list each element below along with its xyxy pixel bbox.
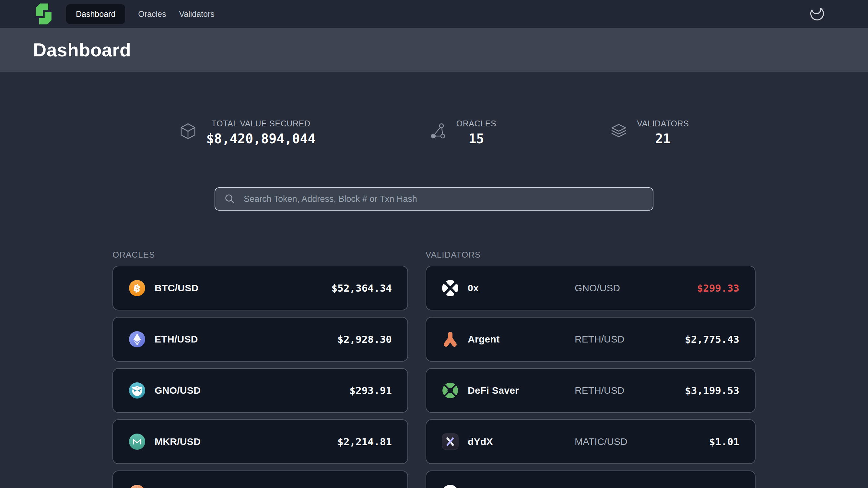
nav-item-oracles[interactable]: Oracles	[138, 4, 166, 24]
reth-icon	[129, 484, 146, 488]
cube-icon	[179, 122, 197, 141]
validator-row[interactable]: 0x GNO/USD $299.33	[426, 266, 755, 311]
mkr-icon	[129, 433, 146, 450]
oracle-row[interactable]: RETH/USD $3,022.92	[113, 470, 408, 488]
eth-icon	[129, 331, 146, 348]
navbar: DashboardOraclesValidators	[0, 0, 868, 28]
lists-section: ORACLES ฿ BTC/USD $52,364.34 ETH/USD $2,…	[113, 250, 755, 488]
nav-item-validators[interactable]: Validators	[179, 4, 214, 24]
oracle-row[interactable]: ฿ BTC/USD $52,364.34	[113, 266, 408, 311]
validators-column-header: VALIDATORS	[426, 250, 755, 260]
validator-row[interactable]: dYdX MATIC/USD $1.01	[426, 419, 755, 464]
nav-menu: DashboardOraclesValidators	[66, 4, 215, 24]
gno-icon	[129, 382, 146, 399]
stat-value: 15	[468, 131, 484, 146]
page-header: Dashboard	[0, 28, 868, 72]
dydx-icon	[442, 433, 459, 450]
stat-label: TOTAL VALUE SECURED	[212, 119, 311, 128]
oracle-row[interactable]: ETH/USD $2,928.30	[113, 317, 408, 362]
validators-list: 0x GNO/USD $299.33 Argent RETH/USD $2,77…	[426, 266, 755, 488]
stat-value: 21	[655, 131, 671, 146]
validator-row[interactable]: Argent RETH/USD $2,775.43	[426, 317, 755, 362]
argent-icon	[442, 331, 459, 348]
stat-oracles: ORACLES 15	[429, 119, 497, 146]
stat-label: VALIDATORS	[637, 119, 689, 128]
oracle-row[interactable]: MKR/USD $2,214.81	[113, 419, 408, 464]
moon-icon	[809, 5, 826, 23]
nav-item-dashboard[interactable]: Dashboard	[66, 4, 125, 24]
btc-icon: ฿	[129, 280, 146, 296]
stat-label: ORACLES	[456, 119, 497, 128]
stat-total-value-secured: TOTAL VALUE SECURED $8,420,894,044	[179, 119, 315, 146]
oracle-row[interactable]: GNO/USD $293.91	[113, 368, 408, 413]
stat-value: $8,420,894,044	[206, 131, 315, 146]
oracles-column: ORACLES ฿ BTC/USD $52,364.34 ETH/USD $2,…	[113, 250, 408, 488]
defisaver-icon	[442, 382, 459, 399]
validators-column: VALIDATORS 0x GNO/USD $299.33 Argent RET…	[426, 250, 755, 488]
search-bar	[215, 187, 653, 210]
layers-icon	[610, 122, 628, 141]
oracles-list: ฿ BTC/USD $52,364.34 ETH/USD $2,928.30 G…	[113, 266, 408, 488]
page-title: Dashboard	[33, 39, 131, 61]
chronicle-logo-icon[interactable]	[32, 2, 55, 26]
validator-row[interactable]: DeFi Saver RETH/USD $3,199.53	[426, 368, 755, 413]
zerox-icon	[442, 280, 459, 296]
search-input[interactable]	[215, 187, 653, 210]
network-icon	[429, 122, 447, 141]
stat-validators: VALIDATORS 21	[610, 119, 689, 146]
etherscan-icon	[442, 484, 459, 488]
oracles-column-header: ORACLES	[113, 250, 408, 260]
theme-toggle-button[interactable]	[808, 5, 826, 23]
stats-row: TOTAL VALUE SECURED $8,420,894,044 ORACL…	[0, 119, 868, 146]
validator-row[interactable]: Etherscan LIDO LST/7DAYS 3.4981	[426, 470, 755, 488]
